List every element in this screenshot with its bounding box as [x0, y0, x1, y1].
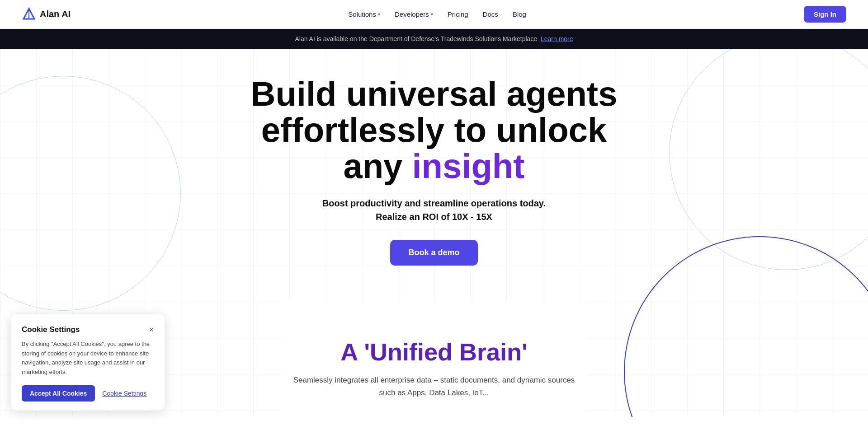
announcement-bar: Alan AI is available on the Department o…	[0, 29, 868, 49]
nav-docs[interactable]: Docs	[483, 10, 498, 18]
hero-title-line2: effortlessly to unlock	[261, 111, 607, 149]
logo-icon	[22, 7, 36, 22]
hero-subtitle: Boost productivity and streamline operat…	[251, 196, 618, 224]
announcement-text: Alan AI is available on the Department o…	[295, 35, 537, 42]
chevron-down-icon: ▾	[431, 12, 433, 17]
hero-subtitle-line2: Realize an ROI of 10X - 15X	[376, 212, 492, 222]
cookie-banner: Cookie Settings × By clicking "Accept Al…	[11, 314, 165, 411]
hero-content: Build universal agents effortlessly to u…	[240, 76, 628, 266]
hero-subtitle-line1: Boost productivity and streamline operat…	[322, 198, 546, 208]
nav-blog[interactable]: Blog	[513, 10, 526, 18]
announcement-link[interactable]: Learn more	[541, 35, 573, 42]
nav-links: Solutions ▾ Developers ▾ Pricing Docs Bl…	[348, 10, 526, 18]
nav-developers[interactable]: Developers ▾	[395, 10, 433, 18]
nav-solutions[interactable]: Solutions ▾	[348, 10, 380, 18]
hero-title-line1: Build universal agents	[251, 75, 618, 113]
cookie-body-text: By clicking "Accept All Cookies", you ag…	[22, 340, 154, 377]
unified-brain-section: A 'Unified Brain' Seamlessly integrates …	[283, 302, 586, 416]
signin-button[interactable]: Sign In	[804, 6, 846, 23]
cookie-title: Cookie Settings	[22, 325, 80, 334]
chevron-down-icon: ▾	[378, 12, 380, 17]
logo[interactable]: Alan AI	[22, 7, 71, 22]
unified-brain-description: Seamlessly integrates all enterprise dat…	[293, 374, 575, 398]
accept-cookies-button[interactable]: Accept All Cookies	[22, 385, 95, 402]
navbar: Alan AI Solutions ▾ Developers ▾ Pricing…	[0, 0, 868, 29]
book-demo-button[interactable]: Book a demo	[390, 240, 477, 266]
cookie-header: Cookie Settings ×	[22, 325, 154, 334]
nav-pricing[interactable]: Pricing	[448, 10, 468, 18]
cookie-actions: Accept All Cookies Cookie Settings	[22, 385, 154, 402]
hero-title-line3-plain: any	[343, 147, 402, 185]
cookie-settings-link[interactable]: Cookie Settings	[102, 390, 146, 397]
hero-title: Build universal agents effortlessly to u…	[251, 76, 618, 184]
logo-text: Alan AI	[40, 9, 71, 19]
cookie-close-button[interactable]: ×	[149, 326, 154, 334]
hero-title-insight: insight	[412, 147, 525, 185]
unified-brain-heading: A 'Unified Brain'	[293, 338, 575, 366]
